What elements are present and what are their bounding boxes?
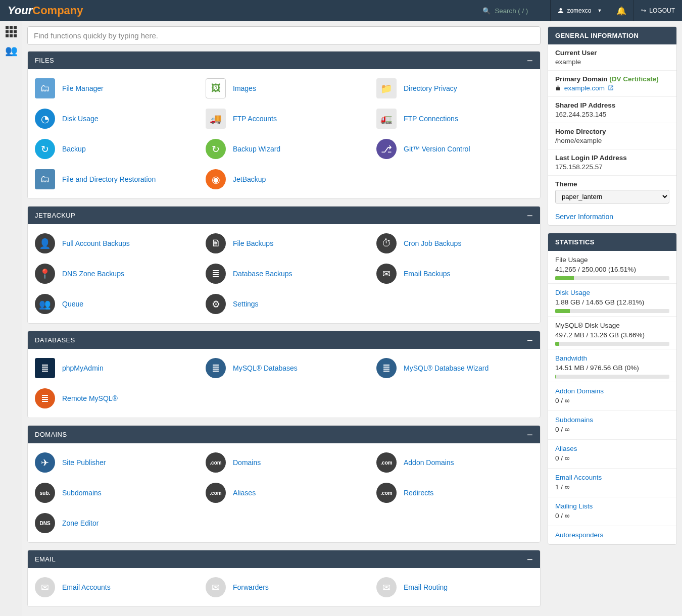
group-panel: DATABASES − ≣ phpMyAdmin ≣ MySQL® Databa… — [27, 331, 541, 418]
app-label: Remote MySQL® — [62, 394, 118, 402]
app-icon: ✉ — [35, 577, 55, 597]
app-item[interactable]: DNS Zone Editor — [28, 508, 199, 538]
app-icon: sub. — [35, 483, 55, 503]
topbar-search-input[interactable] — [495, 7, 540, 15]
stat-value: 497.2 MB / 13.26 GB (3.66%) — [555, 331, 669, 339]
server-information-link[interactable]: Server Information — [548, 208, 676, 225]
app-item[interactable]: 🗎 File Backups — [199, 228, 369, 259]
app-item[interactable]: 🚛 FTP Connections — [369, 104, 540, 134]
group-head[interactable]: EMAIL − — [28, 550, 540, 568]
app-icon: ◔ — [35, 109, 55, 129]
stat-title[interactable]: Disk Usage — [555, 289, 669, 296]
app-item[interactable]: ◔ Disk Usage — [28, 104, 199, 134]
apps-grid-icon[interactable] — [6, 26, 17, 37]
stat-bar-fill — [555, 309, 570, 313]
group-head[interactable]: JETBACKUP − — [28, 207, 540, 224]
app-item[interactable]: ↻ Backup Wizard — [199, 134, 369, 164]
app-label: Git™ Version Control — [404, 145, 470, 153]
app-item[interactable]: ≣ Database Backups — [199, 259, 369, 289]
app-item[interactable]: ≣ MySQL® Database Wizard — [369, 353, 540, 383]
collapse-icon[interactable]: − — [527, 58, 533, 63]
collapse-icon[interactable]: − — [527, 213, 533, 218]
app-item[interactable]: 📁 Directory Privacy — [369, 73, 540, 104]
stat-row: Disk Usage1.88 GB / 14.65 GB (12.81%) — [548, 284, 676, 317]
app-item[interactable]: ✉ Email Routing — [369, 572, 540, 602]
functions-search-input[interactable] — [27, 26, 541, 45]
app-item[interactable]: 👥 Queue — [28, 289, 199, 319]
app-icon: ≣ — [206, 358, 226, 378]
app-item[interactable]: ✉ Forwarders — [199, 572, 369, 602]
stat-row: Addon Domains0 / ∞ — [548, 382, 676, 411]
group-panel: JETBACKUP − 👤 Full Account Backups 🗎 Fil… — [27, 206, 541, 324]
app-item[interactable]: .com Addon Domains — [369, 447, 540, 478]
group-head[interactable]: DATABASES − — [28, 331, 540, 349]
app-label: File Backups — [233, 239, 273, 247]
app-label: JetBackup — [233, 175, 266, 183]
stat-title[interactable]: Autoresponders — [555, 531, 669, 539]
stat-title[interactable]: Bandwidth — [555, 354, 669, 362]
app-item[interactable]: .com Aliases — [199, 478, 369, 508]
stat-row: Autoresponders — [548, 526, 676, 544]
app-item[interactable]: 🖼 Images — [199, 73, 369, 104]
app-item[interactable]: 🚚 FTP Accounts — [199, 104, 369, 134]
statistics-panel: STATISTICS File Usage41,265 / 250,000 (1… — [548, 233, 677, 545]
app-item[interactable]: ✉ Email Accounts — [28, 572, 199, 602]
app-item[interactable]: .com Redirects — [369, 478, 540, 508]
group-head[interactable]: DOMAINS − — [28, 426, 540, 443]
app-label: MySQL® Database Wizard — [404, 364, 489, 372]
app-item[interactable]: ↻ Backup — [28, 134, 199, 164]
user-icon — [558, 8, 564, 14]
app-label: Subdomains — [62, 489, 102, 497]
app-icon: 🖼 — [206, 78, 226, 98]
stat-row: MySQL® Disk Usage497.2 MB / 13.26 GB (3.… — [548, 317, 676, 349]
topbar-search[interactable]: 🔍 — [482, 7, 550, 15]
app-label: Email Accounts — [62, 583, 111, 591]
stat-title[interactable]: Email Accounts — [555, 474, 669, 481]
app-icon: ≣ — [376, 358, 397, 378]
app-label: Disk Usage — [62, 115, 99, 123]
stat-value: 0 / ∞ — [555, 454, 669, 462]
app-item[interactable]: sub. Subdomains — [28, 478, 199, 508]
app-icon: ✈ — [35, 452, 55, 473]
logout-label: LOGOUT — [649, 7, 675, 14]
user-name: zomexco — [567, 7, 591, 14]
statistics-title: STATISTICS — [555, 238, 595, 246]
stat-title[interactable]: Addon Domains — [555, 387, 669, 395]
app-label: FTP Connections — [404, 115, 458, 123]
user-menu-button[interactable]: zomexco ▼ — [551, 0, 609, 21]
app-item[interactable]: .com Domains — [199, 447, 369, 478]
app-item[interactable]: ≣ MySQL® Databases — [199, 353, 369, 383]
app-item[interactable]: ✉ Email Backups — [369, 259, 540, 289]
info-row: Last Login IP Address175.158.225.57 — [548, 149, 676, 176]
group-head[interactable]: FILES − — [28, 52, 540, 69]
collapse-icon[interactable]: − — [527, 432, 533, 437]
collapse-icon[interactable]: − — [527, 557, 533, 562]
app-icon: ✉ — [376, 577, 397, 597]
stat-title[interactable]: Mailing Lists — [555, 502, 669, 510]
app-icon: 📍 — [35, 264, 55, 284]
stat-title[interactable]: Aliases — [555, 445, 669, 452]
app-item[interactable]: ⏱ Cron Job Backups — [369, 228, 540, 259]
app-item[interactable]: ≣ phpMyAdmin — [28, 353, 199, 383]
collapse-icon[interactable]: − — [527, 338, 533, 343]
app-item[interactable]: ⎇ Git™ Version Control — [369, 134, 540, 164]
app-icon: 🗂 — [35, 169, 55, 189]
notifications-button[interactable]: 🔔 — [609, 0, 634, 21]
app-item[interactable]: ◉ JetBackup — [199, 164, 369, 194]
app-item[interactable]: ✈ Site Publisher — [28, 447, 199, 478]
app-item[interactable]: ≣ Remote MySQL® — [28, 383, 199, 414]
app-item[interactable]: 🗂 File and Directory Restoration — [28, 164, 199, 194]
domain-link[interactable]: example.com — [564, 84, 605, 92]
users-icon[interactable]: 👥 — [5, 44, 18, 57]
app-item[interactable]: ⚙ Settings — [199, 289, 369, 319]
stat-title[interactable]: Subdomains — [555, 416, 669, 424]
app-item[interactable]: 👤 Full Account Backups — [28, 228, 199, 259]
app-label: Backup Wizard — [233, 145, 280, 153]
app-item[interactable]: 📍 DNS Zone Backups — [28, 259, 199, 289]
center-column: FILES − 🗂 File Manager 🖼 Images 📁 Direct… — [27, 26, 541, 614]
logout-button[interactable]: ↪ LOGOUT — [634, 0, 682, 21]
group-title: FILES — [35, 57, 54, 64]
stat-bar — [555, 309, 669, 313]
app-item[interactable]: 🗂 File Manager — [28, 73, 199, 104]
theme-select[interactable]: paper_lantern — [555, 190, 669, 203]
